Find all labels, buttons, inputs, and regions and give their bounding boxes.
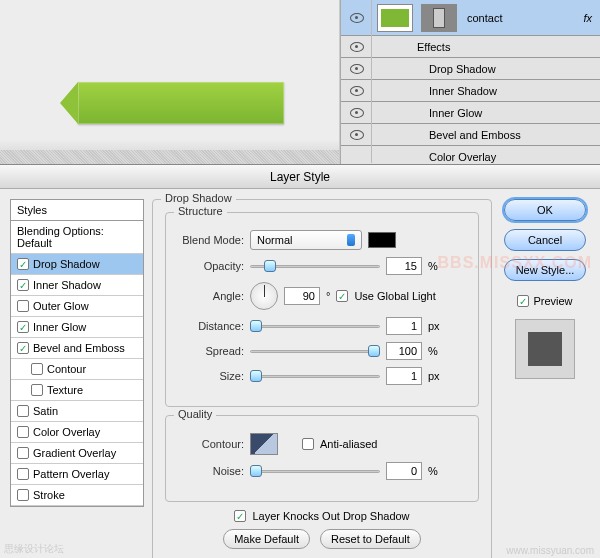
preview-swatch bbox=[515, 319, 575, 379]
style-item[interactable]: Satin bbox=[11, 401, 143, 422]
watermark: www.missyuan.com bbox=[506, 545, 594, 556]
color-swatch[interactable] bbox=[368, 232, 396, 248]
quality-fieldset: Quality Contour: Anti-aliased Noise: 0 % bbox=[165, 415, 479, 502]
noise-slider[interactable] bbox=[250, 464, 380, 478]
angle-input[interactable]: 90 bbox=[284, 287, 320, 305]
drop-shadow-fieldset: Drop Shadow Structure Blend Mode: Normal… bbox=[152, 199, 492, 558]
size-slider[interactable] bbox=[250, 369, 380, 383]
styles-list: Blending Options: Default Drop ShadowInn… bbox=[10, 220, 144, 507]
layer-row-contact[interactable]: contact fx bbox=[341, 0, 600, 36]
make-default-button[interactable]: Make Default bbox=[223, 529, 310, 549]
style-checkbox[interactable] bbox=[17, 468, 29, 480]
spread-input[interactable]: 100 bbox=[386, 342, 422, 360]
style-item[interactable]: Outer Glow bbox=[11, 296, 143, 317]
style-item[interactable]: Inner Shadow bbox=[11, 275, 143, 296]
contour-picker[interactable] bbox=[250, 433, 278, 455]
style-checkbox[interactable] bbox=[17, 279, 29, 291]
style-checkbox[interactable] bbox=[17, 342, 29, 354]
spread-slider[interactable] bbox=[250, 344, 380, 358]
ribbon-shape bbox=[78, 82, 284, 124]
watermark-left: 思缘设计论坛 bbox=[4, 542, 64, 556]
eye-icon bbox=[350, 13, 364, 23]
style-item[interactable]: Drop Shadow bbox=[11, 254, 143, 275]
dialog-title: Layer Style bbox=[0, 165, 600, 189]
style-item[interactable]: Stroke bbox=[11, 485, 143, 506]
effect-row[interactable]: Drop Shadow bbox=[341, 58, 600, 80]
cancel-button[interactable]: Cancel bbox=[504, 229, 586, 251]
layer-style-dialog: Layer Style Styles Blending Options: Def… bbox=[0, 164, 600, 558]
eye-icon[interactable] bbox=[350, 108, 364, 118]
style-checkbox[interactable] bbox=[17, 489, 29, 501]
opacity-slider[interactable] bbox=[250, 259, 380, 273]
eye-icon[interactable] bbox=[350, 86, 364, 96]
style-checkbox[interactable] bbox=[31, 384, 43, 396]
style-item[interactable]: Pattern Overlay bbox=[11, 464, 143, 485]
style-item[interactable]: Bevel and Emboss bbox=[11, 338, 143, 359]
style-checkbox[interactable] bbox=[17, 447, 29, 459]
style-item[interactable]: Inner Glow bbox=[11, 317, 143, 338]
knockout-checkbox[interactable] bbox=[234, 510, 246, 522]
effect-row[interactable]: Inner Shadow bbox=[341, 80, 600, 102]
size-input[interactable]: 1 bbox=[386, 367, 422, 385]
effects-header[interactable]: Effects bbox=[341, 36, 600, 58]
watermark-cn: BBS.MISSXX.COM bbox=[438, 254, 592, 272]
fx-badge[interactable]: fx bbox=[583, 12, 600, 24]
blending-options[interactable]: Blending Options: Default bbox=[11, 221, 143, 254]
style-checkbox[interactable] bbox=[31, 363, 43, 375]
anti-aliased-checkbox[interactable] bbox=[302, 438, 314, 450]
eye-icon[interactable] bbox=[350, 130, 364, 140]
eye-icon[interactable] bbox=[350, 42, 364, 52]
global-light-checkbox[interactable] bbox=[336, 290, 348, 302]
distance-slider[interactable] bbox=[250, 319, 380, 333]
style-checkbox[interactable] bbox=[17, 426, 29, 438]
style-item[interactable]: Texture bbox=[11, 380, 143, 401]
styles-column: Styles Blending Options: Default Drop Sh… bbox=[10, 199, 144, 548]
layers-panel: contact fx Effects Drop ShadowInner Shad… bbox=[340, 0, 600, 164]
style-checkbox[interactable] bbox=[17, 300, 29, 312]
noise-input[interactable]: 0 bbox=[386, 462, 422, 480]
styles-header[interactable]: Styles bbox=[10, 199, 144, 220]
effect-row[interactable]: Inner Glow bbox=[341, 102, 600, 124]
layer-mask-thumbnail[interactable] bbox=[421, 4, 457, 32]
angle-dial[interactable] bbox=[250, 282, 278, 310]
reset-default-button[interactable]: Reset to Default bbox=[320, 529, 421, 549]
preview-checkbox[interactable] bbox=[517, 295, 529, 307]
structure-fieldset: Structure Blend Mode: Normal Opacity: 15… bbox=[165, 212, 479, 407]
ok-button[interactable]: OK bbox=[504, 199, 586, 221]
canvas-area bbox=[0, 0, 340, 164]
blend-mode-select[interactable]: Normal bbox=[250, 230, 362, 250]
distance-input[interactable]: 1 bbox=[386, 317, 422, 335]
style-item[interactable]: Contour bbox=[11, 359, 143, 380]
layer-thumbnail[interactable] bbox=[377, 4, 413, 32]
style-item[interactable]: Gradient Overlay bbox=[11, 443, 143, 464]
settings-column: Drop Shadow Structure Blend Mode: Normal… bbox=[152, 199, 492, 548]
style-checkbox[interactable] bbox=[17, 405, 29, 417]
style-item[interactable]: Color Overlay bbox=[11, 422, 143, 443]
visibility-toggle[interactable] bbox=[341, 13, 373, 23]
layer-name[interactable]: contact bbox=[461, 12, 583, 24]
right-column: OK Cancel New Style... Preview bbox=[500, 199, 590, 548]
effect-row[interactable]: Bevel and Emboss bbox=[341, 124, 600, 146]
style-checkbox[interactable] bbox=[17, 258, 29, 270]
eye-icon[interactable] bbox=[350, 64, 364, 74]
style-checkbox[interactable] bbox=[17, 321, 29, 333]
opacity-input[interactable]: 15 bbox=[386, 257, 422, 275]
